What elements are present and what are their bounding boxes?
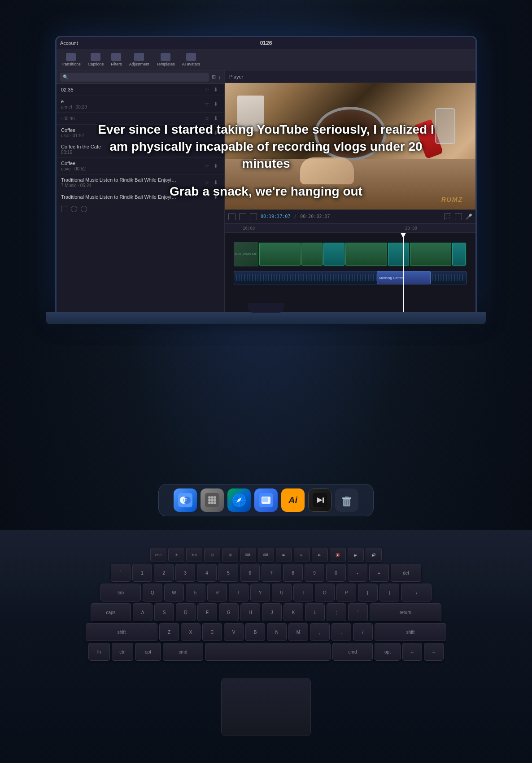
key-period[interactable]: . <box>331 623 351 641</box>
key-f4[interactable]: ⊞ <box>222 548 238 562</box>
key-3[interactable]: 3 <box>175 564 195 582</box>
dock-finder-icon[interactable]: F <box>174 488 197 512</box>
key-s[interactable]: S <box>154 603 174 621</box>
favorite-icon[interactable]: ☆ <box>205 101 211 107</box>
track-segment[interactable] <box>259 243 301 266</box>
key-shift-left[interactable]: shift <box>86 623 157 641</box>
key-delete[interactable]: del <box>391 564 421 582</box>
key-backtick[interactable]: ` <box>111 564 131 582</box>
key-ctrl[interactable]: ctrl <box>112 643 133 661</box>
adjustment-button[interactable]: Adjustment <box>129 53 149 66</box>
filters-button[interactable]: Filters <box>111 53 122 66</box>
checkbox-1[interactable] <box>61 206 67 212</box>
key-f1[interactable]: ☀ <box>168 548 184 562</box>
track-segment[interactable] <box>301 243 323 266</box>
control-button-2[interactable] <box>239 213 246 220</box>
key-t[interactable]: T <box>229 584 249 602</box>
key-0[interactable]: 0 <box>326 564 346 582</box>
download-icon[interactable]: ⬇ <box>214 87 220 93</box>
key-f12[interactable]: 🔊 <box>366 548 382 562</box>
favorite-icon[interactable]: ☆ <box>205 115 211 122</box>
track-segment[interactable] <box>345 243 387 266</box>
key-j[interactable]: J <box>262 603 282 621</box>
radio-1[interactable] <box>71 206 77 212</box>
dock-illustrator-icon[interactable]: Ai <box>281 488 305 512</box>
key-9[interactable]: 9 <box>305 564 324 582</box>
key-i[interactable]: I <box>293 584 313 602</box>
track-segment[interactable] <box>452 243 466 266</box>
key-f6[interactable]: ⌨ <box>258 548 274 562</box>
dock-launchpad-icon[interactable] <box>201 488 224 512</box>
key-rbracket[interactable]: ] <box>379 584 399 602</box>
music-track-highlight[interactable]: Morning Coffee <box>377 271 431 284</box>
key-left[interactable]: ← <box>402 643 422 661</box>
key-d[interactable]: D <box>176 603 196 621</box>
key-5[interactable]: 5 <box>218 564 238 582</box>
key-f5[interactable]: ⌨ <box>240 548 256 562</box>
key-4[interactable]: 4 <box>197 564 217 582</box>
key-z[interactable]: Z <box>159 623 179 641</box>
dock-safari-icon[interactable] <box>227 488 251 512</box>
transitions-button[interactable]: Transitions <box>61 53 81 66</box>
key-caps[interactable]: caps <box>91 603 131 621</box>
key-f2[interactable]: ☀☀ <box>186 548 202 562</box>
key-h[interactable]: H <box>240 603 260 621</box>
key-o[interactable]: O <box>315 584 335 602</box>
sort-icon[interactable]: ↓ <box>218 74 221 80</box>
key-comma[interactable]: , <box>310 623 330 641</box>
download-icon[interactable]: ⬇ <box>214 163 220 169</box>
key-esc[interactable]: esc <box>150 548 166 562</box>
filter-icon[interactable]: ⊞ <box>212 74 216 80</box>
key-e[interactable]: E <box>186 584 205 602</box>
templates-button[interactable]: Templates <box>157 53 175 66</box>
key-6[interactable]: 6 <box>240 564 260 582</box>
key-cmd-right[interactable]: cmd <box>332 643 373 661</box>
list-item[interactable]: · 00:46 ☆ ⬇ <box>57 113 224 125</box>
list-item[interactable]: Traditional Music Listen to Rindik Bali … <box>57 191 224 203</box>
download-icon[interactable]: ⬇ <box>214 130 220 136</box>
key-2[interactable]: 2 <box>154 564 174 582</box>
key-slash[interactable]: / <box>353 623 373 641</box>
list-item[interactable]: 02:35 ☆ ⬇ <box>57 84 224 96</box>
favorite-icon[interactable]: ☆ <box>205 194 211 200</box>
list-item[interactable]: Coffee In the Cafe 03:16 ☆ ⬇ <box>57 141 224 158</box>
key-space[interactable] <box>205 643 331 661</box>
download-icon[interactable]: ⬇ <box>214 194 220 200</box>
ratio-button[interactable] <box>455 213 462 220</box>
key-semicolon[interactable]: ; <box>327 603 346 621</box>
audio-button[interactable]: 🎤 <box>466 214 472 220</box>
download-icon[interactable]: ⬇ <box>214 179 220 186</box>
track-segment[interactable] <box>388 243 409 266</box>
control-button-1[interactable] <box>228 213 235 220</box>
key-n[interactable]: N <box>267 623 287 641</box>
key-fn[interactable]: fn <box>88 643 110 661</box>
key-cmd-left[interactable]: cmd <box>163 643 203 661</box>
key-1[interactable]: 1 <box>132 564 152 582</box>
track-video[interactable]: MVI_0545.MF <box>234 242 467 266</box>
key-f11[interactable]: 🔉 <box>348 548 364 562</box>
list-item[interactable]: Coffee usic · 01:52 ☆ ⬇ <box>57 125 224 141</box>
key-f3[interactable]: ⊡ <box>204 548 220 562</box>
key-opt-right[interactable]: opt <box>375 643 401 661</box>
key-lbracket[interactable]: [ <box>358 584 378 602</box>
favorite-icon[interactable]: ☆ <box>205 179 211 186</box>
key-opt[interactable]: opt <box>135 643 161 661</box>
key-quote[interactable]: ' <box>348 603 368 621</box>
key-f7[interactable]: ⏮ <box>276 548 292 562</box>
key-k[interactable]: K <box>283 603 303 621</box>
dock-capcut-icon[interactable] <box>308 488 331 512</box>
key-f10[interactable]: 🔇 <box>330 548 346 562</box>
key-f[interactable]: F <box>197 603 217 621</box>
key-r[interactable]: R <box>207 584 227 602</box>
key-f9[interactable]: ⏭ <box>312 548 328 562</box>
favorite-icon[interactable]: ☆ <box>205 87 211 93</box>
key-v[interactable]: V <box>224 623 244 641</box>
captions-button[interactable]: Captions <box>88 53 104 66</box>
list-item[interactable]: e annel · 00:29 ☆ ⬇ <box>57 96 224 113</box>
key-y[interactable]: Y <box>250 584 270 602</box>
list-item[interactable]: Coffee oove · 00:52 ☆ ⬇ <box>57 158 224 174</box>
key-l[interactable]: L <box>305 603 325 621</box>
key-minus[interactable]: - <box>348 564 367 582</box>
list-item[interactable]: Traditional Music Listen to Rindik Bali … <box>57 174 224 191</box>
key-u[interactable]: U <box>272 584 292 602</box>
